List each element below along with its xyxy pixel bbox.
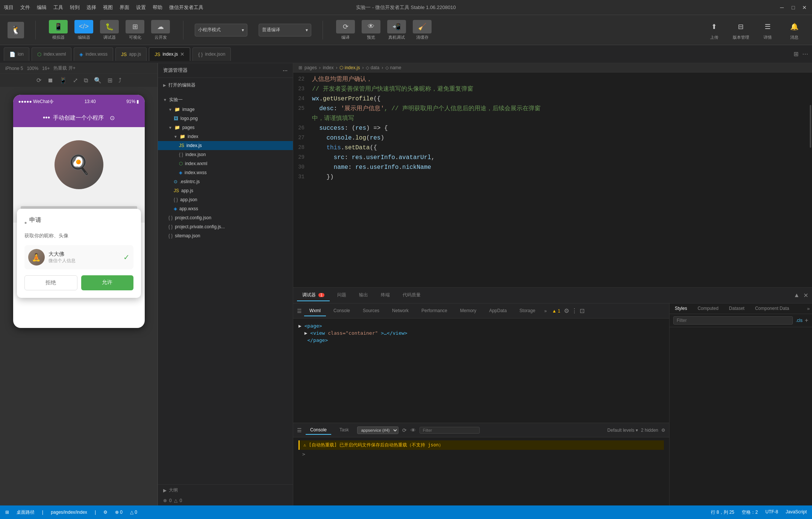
tab-component-data[interactable]: Component Data	[750, 304, 794, 314]
breadcrumb-item[interactable]: ◇ data	[366, 65, 379, 70]
file-index-wxss[interactable]: ◈ index.wxss	[158, 168, 293, 177]
menu-bar[interactable]: 项目 文件 编辑 工具 转到 选择 视图 界面 设置 帮助 微信开发者工具	[4, 4, 203, 11]
inner-tab-memory[interactable]: Memory	[455, 306, 482, 316]
folder-pages[interactable]: ▼ 📁 pages	[158, 123, 293, 132]
inner-tab-sources[interactable]: Sources	[358, 306, 385, 316]
console-eye-icon[interactable]: 👁	[411, 427, 416, 433]
deny-button[interactable]: 拒绝	[24, 275, 77, 290]
window-buttons[interactable]: ─ □ ✕	[778, 4, 808, 11]
sim-qr-icon[interactable]: ⊞	[108, 77, 112, 84]
menu-settings[interactable]: 设置	[136, 4, 146, 11]
visual-button[interactable]: ⊞ 可视化	[124, 20, 146, 40]
devtools-expand-icon[interactable]: ▲	[794, 292, 800, 299]
tab-terminal[interactable]: 终端	[376, 290, 395, 301]
inner-tab-console[interactable]: Console	[328, 306, 355, 316]
real-test-button[interactable]: 📲 真机调试	[385, 20, 408, 40]
menu-file[interactable]: 文件	[20, 4, 30, 11]
opened-editors-header[interactable]: ▶ 打开的编辑器	[158, 80, 293, 90]
sim-phone-icon[interactable]: 📱	[59, 77, 67, 84]
console-prompt[interactable]: >	[298, 450, 664, 458]
scrollbar[interactable]	[810, 73, 812, 287]
sim-rotate-icon[interactable]: ⤢	[73, 77, 78, 84]
sim-search-icon[interactable]: 🔍	[94, 77, 102, 84]
tab-split-icon[interactable]: ⊞	[794, 50, 798, 58]
menu-project[interactable]: 项目	[4, 4, 14, 11]
file-project-config[interactable]: { } project.config.json	[158, 213, 293, 222]
expand-icon[interactable]: ⊡	[580, 307, 585, 314]
mode-select[interactable]: 小程序模式 ▾	[195, 24, 247, 36]
compile-select[interactable]: 普通编译 ▾	[259, 24, 311, 36]
allow-button[interactable]: 允许	[81, 275, 133, 290]
explorer-more-icon[interactable]: ⋯	[283, 68, 288, 73]
tab-close-icon[interactable]: ✕	[180, 51, 185, 57]
tab-index-wxml[interactable]: ⬡ index.wxml	[32, 47, 71, 61]
inner-tab-network[interactable]: Network	[387, 306, 414, 316]
file-project-private[interactable]: { } project.private.config.js...	[158, 222, 293, 231]
menu-devtool[interactable]: 微信开发者工具	[169, 4, 203, 11]
menu-edit[interactable]: 编辑	[37, 4, 47, 11]
upload-button[interactable]: ⬆ 上传	[704, 20, 724, 40]
console-filter-input[interactable]	[420, 427, 480, 434]
breadcrumb-item[interactable]: index	[323, 65, 334, 70]
simulator-button[interactable]: 📱 模拟器	[47, 20, 70, 40]
breadcrumb-item[interactable]: ⬡ index.js	[339, 65, 360, 70]
outline-section[interactable]: ▶ 大纲	[158, 484, 293, 496]
code-content[interactable]: 22 人信息均需用户确认， 23 // 开发者妥善保管用户快速填写的头像昵称，避…	[293, 73, 812, 287]
detail-button[interactable]: ☰ 详情	[757, 20, 778, 40]
breadcrumb-item[interactable]: ◇ name	[385, 65, 401, 70]
file-app-wxss[interactable]: ◈ app.wxss	[158, 204, 293, 213]
tab-more-icon[interactable]: ⋯	[802, 50, 808, 58]
compile-button[interactable]: ⟳ 编译	[334, 20, 357, 40]
sim-share-icon[interactable]: ⤴	[118, 77, 121, 84]
breadcrumb-item[interactable]: pages	[304, 65, 317, 70]
file-app-js[interactable]: JS app.js	[158, 186, 293, 195]
folder-image[interactable]: ▼ 📁 image	[158, 105, 293, 114]
tab-ion[interactable]: 📄 ion	[4, 47, 29, 61]
styles-more-icon[interactable]: »	[805, 304, 812, 314]
preview-button[interactable]: 👁 预览	[360, 20, 382, 40]
cloud-button[interactable]: ☁ 云开发	[149, 20, 172, 40]
notify-button[interactable]: 🔔 消息	[784, 20, 804, 40]
console-menu-icon[interactable]: ☰	[297, 427, 302, 433]
tab-app-js[interactable]: JS app.js	[115, 47, 147, 61]
tab-index-js[interactable]: JS index.js ✕	[149, 47, 190, 61]
menu-help[interactable]: 帮助	[153, 4, 162, 11]
version-button[interactable]: ⊟ 版本管理	[730, 20, 751, 40]
menu-view[interactable]: 视图	[103, 4, 113, 11]
inner-tab-more[interactable]: »	[544, 308, 547, 314]
sim-refresh-icon[interactable]: ⟳	[36, 77, 41, 84]
file-app-json[interactable]: { } app.json	[158, 195, 293, 204]
file-sitemap[interactable]: { } sitemap.json	[158, 231, 293, 240]
tab-task[interactable]: Task	[335, 426, 353, 435]
file-index-js[interactable]: JS index.js	[158, 141, 293, 150]
minimize-button[interactable]: ─	[778, 4, 786, 11]
tab-computed[interactable]: Computed	[692, 304, 724, 314]
file-index-json[interactable]: { } index.json	[158, 150, 293, 159]
file-index-wxml[interactable]: ⬡ index.wxml	[158, 159, 293, 168]
tab-styles[interactable]: Styles	[670, 304, 692, 314]
file-logo-png[interactable]: 🖼 logo.png	[158, 114, 293, 123]
menu-tool[interactable]: 工具	[53, 4, 63, 11]
maximize-button[interactable]: □	[789, 4, 797, 11]
project-header[interactable]: ▼ 实验一	[158, 95, 293, 105]
console-settings-icon[interactable]: ⚙	[661, 428, 665, 433]
menu-interface[interactable]: 界面	[120, 4, 129, 11]
settings-icon[interactable]: ⚙	[564, 307, 569, 314]
inner-tab-wxml[interactable]: Wxml	[304, 306, 326, 316]
sim-stop-icon[interactable]: ⏹	[47, 77, 53, 84]
devtools-close-icon[interactable]: ✕	[803, 292, 808, 299]
tab-index-wxss[interactable]: ◈ index.wxss	[74, 47, 113, 61]
tab-index-json[interactable]: { } index.json	[192, 47, 231, 61]
tab-problems[interactable]: 问题	[332, 290, 351, 301]
inner-tab-perf[interactable]: Performance	[416, 306, 453, 316]
file-eslintrc[interactable]: ⊙ .eslintrc.js	[158, 177, 293, 186]
sim-copy-icon[interactable]: ⧉	[84, 77, 88, 84]
cls-button[interactable]: .cls	[796, 318, 803, 323]
inner-tab-storage[interactable]: Storage	[514, 306, 541, 316]
tab-output[interactable]: 输出	[354, 290, 373, 301]
menu-select[interactable]: 选择	[86, 4, 96, 11]
folder-index[interactable]: ▼ 📁 index	[158, 132, 293, 141]
context-select[interactable]: appservice (#4)	[357, 426, 398, 434]
hot-reload-label[interactable]: 热重载 开+	[53, 65, 75, 71]
add-style-icon[interactable]: +	[805, 317, 808, 324]
